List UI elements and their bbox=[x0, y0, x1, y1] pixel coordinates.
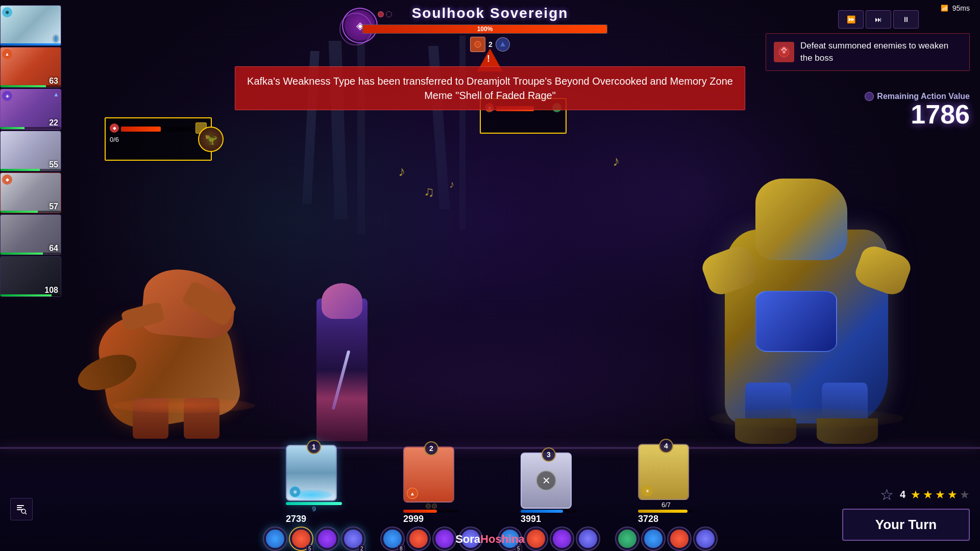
char-3-sp-bar bbox=[521, 510, 577, 513]
char-element-5: ◆ bbox=[2, 174, 12, 185]
boss-chest bbox=[755, 291, 837, 352]
char-4-skill-4[interactable] bbox=[693, 527, 718, 551]
char-hp-bar-2 bbox=[1, 85, 61, 87]
skill-atk-4-icon bbox=[670, 530, 689, 548]
char-portrait-6[interactable]: 64 bbox=[0, 214, 61, 255]
char-slot-1-container: 1 ❄ 9 2739 bbox=[286, 445, 342, 524]
char-portrait-7[interactable]: 108 bbox=[0, 256, 61, 297]
enemy-1-header: ◆ bbox=[110, 122, 207, 134]
char-1-energy: 9 bbox=[286, 505, 342, 513]
char-3-skill-2[interactable] bbox=[524, 527, 548, 551]
mech-glow bbox=[112, 398, 255, 413]
skill-skill-3-icon bbox=[553, 530, 571, 548]
char-portrait-1[interactable]: ❄ 0 bbox=[0, 5, 61, 46]
char-2-skill-basic[interactable]: 8 bbox=[380, 527, 405, 551]
log-icon bbox=[16, 504, 27, 515]
char-element-2: ▲ bbox=[2, 49, 12, 59]
char-hp-bar-5 bbox=[1, 211, 61, 213]
star-count: 4 bbox=[900, 489, 905, 500]
char-4-skill-1[interactable] bbox=[615, 527, 640, 551]
char-slot-4: 4 ☀ 6/7 3728 bbox=[607, 444, 725, 551]
skill-basic-icon bbox=[266, 530, 284, 548]
char-hp-bar-6 bbox=[1, 253, 61, 255]
char-2-skill-skill[interactable] bbox=[432, 527, 457, 551]
svg-rect-3 bbox=[17, 505, 24, 506]
list-item: 64 bbox=[0, 214, 82, 255]
char-element-3: ◈ bbox=[2, 91, 12, 101]
char-1-skill-extra-count: 2 bbox=[358, 545, 365, 551]
char-slot-cancel-icon[interactable]: ✕ bbox=[536, 470, 556, 491]
char-2-skill-atk[interactable] bbox=[406, 527, 431, 551]
enemy-1-hp-fill bbox=[121, 127, 161, 132]
char-1-skill-atk-count: 5 bbox=[306, 545, 313, 551]
notification-banner: Kafka's Weakness Type has been transferr… bbox=[235, 66, 745, 110]
char-portrait-5[interactable]: ◆ 57 bbox=[0, 172, 61, 213]
skill-extra-3-icon bbox=[579, 530, 597, 548]
list-item: ▲ 63 bbox=[0, 47, 82, 88]
char-slot-4-container: 4 ☀ 6/7 3728 bbox=[638, 444, 694, 524]
boss-status-count: 2 bbox=[488, 40, 493, 48]
pause-button[interactable]: ⏸ bbox=[893, 10, 919, 29]
char-indicator-3: ▲ bbox=[53, 91, 59, 98]
char-2-sp-bar bbox=[403, 510, 459, 513]
char-slot-2-container: 2 ▲ 2999 bbox=[403, 446, 459, 524]
hint-text: Defeat summoned enemies to weaken the bo… bbox=[800, 40, 962, 64]
char-portrait-3[interactable]: ◈ 22 ▲ bbox=[0, 89, 61, 130]
music-note-3: ♪ bbox=[612, 153, 620, 169]
star-rating: 4 ★ ★ ★ ★ ★ bbox=[900, 488, 970, 502]
char-slot-3-number: 3 bbox=[542, 447, 556, 462]
star-2: ★ bbox=[923, 488, 933, 502]
star-3: ★ bbox=[935, 488, 945, 502]
char-hp-3: 22 bbox=[49, 118, 58, 128]
skip-button[interactable]: ⏭ bbox=[866, 10, 891, 29]
enemy-1-counter: 0/6 bbox=[110, 136, 207, 143]
char-slot-3-container: 3 ✕ 3991 bbox=[521, 453, 577, 524]
music-note-4: ♪ bbox=[449, 179, 454, 190]
char-4-element: ☀ bbox=[642, 485, 653, 496]
hp-dot-2 bbox=[386, 11, 392, 17]
enemy-1-portrait-icon: 🦖 bbox=[205, 133, 217, 145]
boss-hp-text: 100% bbox=[477, 26, 493, 33]
char-1-skill-skill[interactable] bbox=[315, 527, 339, 551]
charge-dot-2-2 bbox=[432, 504, 437, 509]
char-4-skill-3[interactable] bbox=[667, 527, 692, 551]
char-hp-1: 0 bbox=[54, 35, 58, 44]
hp-dot-1 bbox=[378, 11, 384, 17]
char-hp-bar-7 bbox=[1, 294, 61, 296]
char-portrait-2[interactable]: ▲ 63 bbox=[0, 47, 61, 88]
fast-forward-button[interactable]: ⏩ bbox=[838, 10, 864, 29]
watermark: SoraHoshina bbox=[455, 533, 525, 546]
char-portrait-4[interactable]: 55 bbox=[0, 131, 61, 171]
char-1-hp: 2739 bbox=[286, 514, 342, 524]
boss-body bbox=[694, 163, 939, 444]
char-slot-4-number: 4 bbox=[659, 439, 673, 453]
star-icon-special: ☆ bbox=[880, 486, 894, 504]
skill-atk-3-icon bbox=[527, 530, 545, 548]
rav-panel: Remaining Action Value 1786 bbox=[865, 92, 970, 128]
char-1-skill-basic[interactable] bbox=[263, 527, 287, 551]
music-note-1: ♪ bbox=[398, 163, 405, 180]
enemy-boss bbox=[694, 163, 939, 444]
char-1-element: ❄ bbox=[289, 486, 301, 497]
char-hp-6: 64 bbox=[49, 244, 58, 253]
log-search-button[interactable] bbox=[10, 498, 33, 520]
char-hp-bar-4 bbox=[1, 169, 61, 171]
char-3-skill-4[interactable] bbox=[576, 527, 600, 551]
boss-glow bbox=[709, 408, 903, 429]
char-1-skill-extra[interactable]: 2 bbox=[341, 527, 365, 551]
char-4-skill-2[interactable] bbox=[641, 527, 666, 551]
battery-text: 95ms bbox=[952, 4, 970, 12]
char-2-sp-fill bbox=[403, 510, 437, 513]
skill-extra-4-icon bbox=[696, 530, 715, 548]
char-hp-bar-3 bbox=[1, 127, 61, 129]
enemy-1-portrait: 🦖 bbox=[198, 127, 224, 152]
player-character-kafka bbox=[306, 288, 378, 441]
char-3-sp-fill bbox=[521, 510, 563, 513]
your-turn-button[interactable]: Your Turn bbox=[842, 509, 970, 541]
boss-header: ◈ Soulhook Sovereign 100% 2 bbox=[362, 5, 618, 52]
enemy-1-hp-bar bbox=[121, 127, 193, 132]
char-1-skill-atk[interactable]: 5 bbox=[289, 527, 313, 551]
skill-talent-4-icon bbox=[618, 530, 636, 548]
watermark-hoshina: Hoshina bbox=[480, 533, 525, 545]
char-3-skill-3[interactable] bbox=[550, 527, 574, 551]
